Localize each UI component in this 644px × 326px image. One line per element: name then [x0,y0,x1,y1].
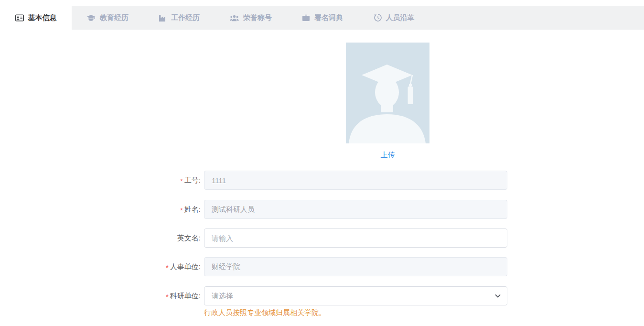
select-value: 请选择 [212,292,233,301]
personnel-unit-input[interactable] [204,257,507,276]
employee-id-input[interactable] [204,171,507,190]
required-marker: * [180,206,183,214]
name-input[interactable] [204,200,507,219]
chevron-down-icon [494,293,501,299]
field-label: 科研单位: [170,292,201,301]
form-row-research-unit: * 科研单位: 请选择 行政人员按照专业领域归属相关学院。 [0,286,644,305]
field-hint: 行政人员按照专业领域归属相关学院。 [204,308,326,317]
required-marker: * [166,293,169,301]
required-marker: * [180,177,183,185]
required-marker: * [166,263,169,272]
form-row-employee-id: * 工号: [0,171,644,190]
field-label: 英文名: [177,234,201,243]
field-label: 工号: [184,176,201,185]
form-row-name: * 姓名: [0,200,644,219]
personnel-form-page: 基本信息 教育经历 工作经历 荣誉称号 署名词典 人员沿革 [0,0,644,326]
form-row-english-name: 英文名: [0,228,644,248]
form-area: * 工号: * 姓名: 英文名: * [0,0,644,326]
research-unit-select[interactable]: 请选择 [204,286,507,305]
form-row-personnel-unit: * 人事单位: [0,257,644,276]
english-name-input[interactable] [204,228,507,248]
field-label: 人事单位: [170,262,201,272]
field-label: 姓名: [184,205,201,214]
